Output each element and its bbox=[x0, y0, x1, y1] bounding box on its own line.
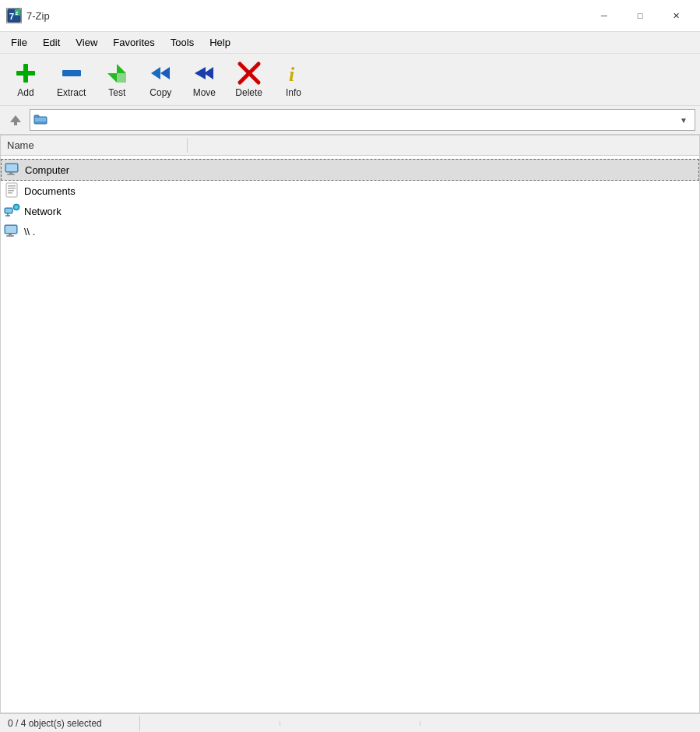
svg-rect-18 bbox=[14, 121, 17, 125]
item-network-label: Network bbox=[24, 206, 62, 217]
svg-rect-26 bbox=[7, 174, 15, 175]
toolbar: Add Extract Test Copy bbox=[0, 54, 700, 106]
svg-rect-41 bbox=[6, 235, 14, 237]
item-documents-label: Documents bbox=[24, 185, 76, 197]
svg-rect-39 bbox=[5, 226, 16, 233]
address-path-input[interactable] bbox=[51, 114, 673, 126]
close-button[interactable]: ✕ bbox=[658, 5, 694, 26]
svg-marker-8 bbox=[107, 73, 117, 83]
svg-rect-5 bbox=[16, 71, 35, 76]
file-items: Computer Documents bbox=[1, 156, 699, 245]
menu-edit[interactable]: Edit bbox=[35, 33, 68, 51]
svg-rect-40 bbox=[9, 234, 12, 235]
minimize-button[interactable]: ─ bbox=[586, 5, 622, 26]
test-icon bbox=[104, 61, 129, 86]
app-icon: 7 z bbox=[6, 8, 22, 23]
column-name[interactable]: Name bbox=[1, 138, 188, 153]
svg-rect-6 bbox=[62, 70, 81, 76]
svg-rect-31 bbox=[8, 192, 12, 194]
delete-icon bbox=[237, 61, 262, 86]
list-item[interactable]: Computer bbox=[1, 159, 699, 181]
menu-file[interactable]: File bbox=[3, 33, 35, 51]
svg-point-37 bbox=[15, 206, 18, 209]
extract-button[interactable]: Extract bbox=[48, 57, 94, 102]
computer-icon bbox=[5, 161, 22, 178]
svg-marker-9 bbox=[117, 73, 126, 83]
item-unc-label: \\ . bbox=[24, 226, 35, 238]
move-button[interactable]: Move bbox=[183, 57, 225, 102]
list-item[interactable]: \\ . bbox=[1, 221, 699, 241]
extract-icon bbox=[59, 61, 84, 86]
status-text: 0 / 4 object(s) selected bbox=[0, 716, 140, 731]
title-left: 7 z 7-Zip bbox=[6, 8, 50, 23]
menu-bar: File Edit View Favorites Tools Help bbox=[0, 32, 700, 54]
address-path-icon bbox=[33, 114, 47, 127]
svg-rect-33 bbox=[5, 209, 12, 213]
svg-rect-28 bbox=[8, 185, 16, 187]
svg-marker-17 bbox=[10, 115, 21, 122]
add-button[interactable]: Add bbox=[5, 57, 47, 102]
copy-icon bbox=[148, 61, 173, 86]
svg-text:i: i bbox=[289, 63, 295, 86]
svg-marker-11 bbox=[160, 67, 170, 79]
status-bar: 0 / 4 object(s) selected bbox=[0, 713, 700, 732]
file-list: Name Computer bbox=[1, 135, 699, 713]
test-button[interactable]: Test bbox=[96, 57, 138, 102]
info-icon: i bbox=[281, 61, 306, 86]
svg-rect-20 bbox=[34, 115, 39, 118]
svg-rect-25 bbox=[9, 172, 12, 174]
svg-rect-24 bbox=[6, 164, 17, 171]
address-bar: ▼ bbox=[0, 106, 700, 135]
item-computer-label: Computer bbox=[25, 164, 69, 176]
column-header: Name bbox=[1, 135, 699, 156]
menu-help[interactable]: Help bbox=[202, 33, 238, 51]
main-area: Name Computer bbox=[0, 135, 700, 713]
status-segment-2 bbox=[140, 721, 280, 726]
info-button[interactable]: i Info bbox=[273, 57, 315, 102]
add-icon bbox=[13, 61, 38, 86]
status-segment-4 bbox=[420, 721, 700, 726]
maximize-button[interactable]: □ bbox=[622, 5, 658, 26]
svg-rect-35 bbox=[5, 215, 10, 216]
svg-rect-30 bbox=[8, 190, 14, 192]
documents-icon bbox=[4, 182, 21, 199]
svg-rect-34 bbox=[7, 213, 9, 215]
svg-marker-10 bbox=[151, 67, 160, 79]
address-input-container: ▼ bbox=[30, 109, 695, 131]
title-bar: 7 z 7-Zip ─ □ ✕ bbox=[0, 0, 700, 32]
window-controls: ─ □ ✕ bbox=[586, 5, 694, 26]
network-icon bbox=[4, 202, 21, 220]
unc-icon bbox=[4, 223, 21, 240]
menu-view[interactable]: View bbox=[68, 33, 105, 51]
address-dropdown-button[interactable]: ▼ bbox=[676, 110, 691, 130]
move-icon bbox=[192, 61, 216, 86]
title-text: 7-Zip bbox=[26, 10, 50, 22]
svg-rect-29 bbox=[8, 188, 16, 189]
menu-favorites[interactable]: Favorites bbox=[105, 33, 162, 51]
svg-marker-12 bbox=[195, 67, 206, 79]
navigate-up-button[interactable] bbox=[5, 109, 26, 131]
copy-button[interactable]: Copy bbox=[139, 57, 181, 102]
svg-text:7: 7 bbox=[9, 11, 15, 21]
status-segment-3 bbox=[280, 721, 420, 726]
svg-marker-7 bbox=[117, 64, 126, 73]
delete-button[interactable]: Delete bbox=[227, 57, 271, 102]
list-item[interactable]: Documents bbox=[1, 181, 699, 201]
menu-tools[interactable]: Tools bbox=[163, 33, 202, 51]
list-item[interactable]: Network bbox=[1, 201, 699, 221]
svg-text:z: z bbox=[16, 9, 19, 16]
